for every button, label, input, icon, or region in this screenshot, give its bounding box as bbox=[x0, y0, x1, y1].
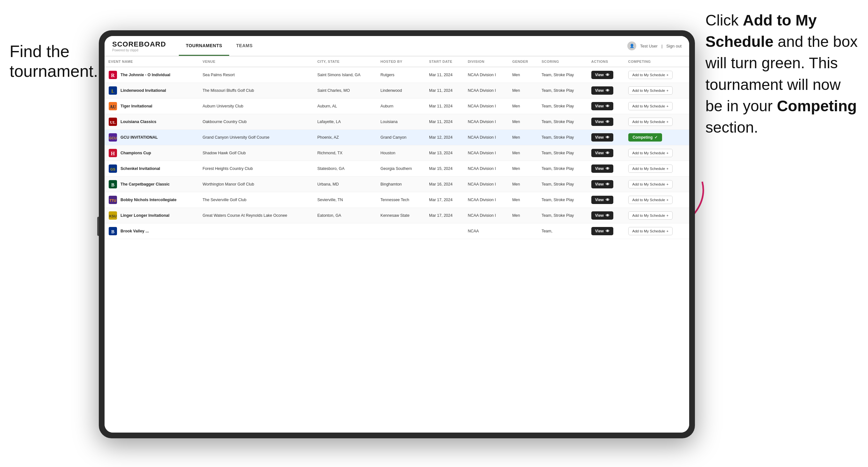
venue-cell: Oakbourne Country Club bbox=[198, 114, 313, 130]
add-schedule-button[interactable]: Add to My Schedule + bbox=[628, 149, 673, 157]
svg-text:KSU: KSU bbox=[109, 214, 116, 218]
team-logo: R bbox=[108, 70, 117, 80]
gender-cell: Men bbox=[508, 192, 538, 208]
add-schedule-button[interactable]: Add to My Schedule + bbox=[628, 227, 673, 235]
competing-cell: Add to My Schedule + bbox=[624, 161, 689, 177]
plus-icon: + bbox=[666, 151, 669, 155]
scoring-cell: Team, Stroke Play bbox=[538, 145, 588, 161]
event-name-cell: B The Carpetbagger Classic bbox=[104, 177, 198, 192]
venue-cell: The Missouri Bluffs Golf Club bbox=[198, 83, 313, 98]
start-date-cell: Mar 11, 2024 bbox=[425, 83, 464, 98]
city-state-cell: Richmond, TX bbox=[313, 145, 376, 161]
venue-cell: The Sevierville Golf Club bbox=[198, 192, 313, 208]
view-button[interactable]: View 👁 bbox=[591, 133, 613, 142]
division-cell: NCAA Division I bbox=[464, 161, 508, 177]
hosted-by-cell: Rutgers bbox=[377, 67, 425, 83]
add-schedule-label: Add to My Schedule bbox=[632, 229, 665, 233]
event-name-cell: R The Johnnie - O Individual bbox=[104, 67, 198, 83]
actions-cell: View 👁 bbox=[588, 161, 624, 177]
add-schedule-label: Add to My Schedule bbox=[632, 104, 665, 108]
plus-icon: + bbox=[666, 73, 669, 77]
venue-cell: Forest Heights Country Club bbox=[198, 161, 313, 177]
view-button[interactable]: View 👁 bbox=[591, 102, 613, 110]
tab-tournaments[interactable]: TOURNAMENTS bbox=[179, 36, 229, 56]
table-row: H Champions Cup Shadow Hawk Golf Club Ri… bbox=[104, 145, 689, 161]
actions-cell: View 👁 bbox=[588, 177, 624, 192]
col-start-date: START DATE bbox=[425, 56, 464, 67]
competing-cell: Competing ✓ bbox=[624, 130, 689, 145]
eye-icon: 👁 bbox=[606, 151, 610, 155]
add-schedule-button[interactable]: Add to My Schedule + bbox=[628, 211, 673, 220]
add-schedule-button[interactable]: Add to My Schedule + bbox=[628, 118, 673, 126]
view-label: View bbox=[595, 135, 604, 139]
start-date-cell: Mar 17, 2024 bbox=[425, 208, 464, 223]
view-button[interactable]: View 👁 bbox=[591, 86, 613, 95]
add-schedule-button[interactable]: Add to My Schedule + bbox=[628, 196, 673, 204]
add-schedule-label: Add to My Schedule bbox=[632, 214, 665, 217]
view-button[interactable]: View 👁 bbox=[591, 118, 613, 126]
competing-button[interactable]: Competing ✓ bbox=[628, 133, 662, 142]
svg-text:H: H bbox=[111, 151, 115, 156]
user-avatar: 👤 bbox=[627, 41, 636, 50]
svg-text:B: B bbox=[111, 182, 115, 187]
event-name-cell: TTU Bobby Nichols Intercollegiate bbox=[104, 192, 198, 208]
city-state-cell bbox=[313, 223, 376, 239]
col-gender: GENDER bbox=[508, 56, 538, 67]
svg-text:L: L bbox=[111, 89, 114, 94]
city-state-cell: Saint Charles, MO bbox=[313, 83, 376, 98]
division-cell: NCAA Division I bbox=[464, 83, 508, 98]
scoring-cell: Team, Stroke Play bbox=[538, 114, 588, 130]
view-label: View bbox=[595, 88, 604, 93]
gender-cell: Men bbox=[508, 161, 538, 177]
svg-text:GS: GS bbox=[110, 167, 115, 171]
event-name-cell: AU Tiger Invitational bbox=[104, 98, 198, 114]
view-button[interactable]: View 👁 bbox=[591, 164, 613, 173]
view-button[interactable]: View 👁 bbox=[591, 149, 613, 157]
division-cell: NCAA Division I bbox=[464, 145, 508, 161]
check-icon: ✓ bbox=[654, 135, 658, 139]
table-container[interactable]: EVENT NAME VENUE CITY, STATE HOSTED BY S… bbox=[104, 56, 689, 433]
add-schedule-button[interactable]: Add to My Schedule + bbox=[628, 102, 673, 110]
eye-icon: 👁 bbox=[606, 213, 610, 218]
start-date-cell: Mar 11, 2024 bbox=[425, 114, 464, 130]
scoring-cell: Team, bbox=[538, 223, 588, 239]
hosted-by-cell: Tennessee Tech bbox=[377, 192, 425, 208]
add-schedule-button[interactable]: Add to My Schedule + bbox=[628, 164, 673, 173]
tab-teams[interactable]: TEAMS bbox=[229, 36, 260, 56]
navbar: SCOREBOARD Powered by clippd TOURNAMENTS… bbox=[104, 36, 689, 56]
table-row: R The Johnnie - O Individual Sea Palms R… bbox=[104, 67, 689, 83]
event-name-cell: B Brook Valley ... bbox=[104, 223, 198, 239]
city-state-cell: Sevierville, TN bbox=[313, 192, 376, 208]
start-date-cell: Mar 15, 2024 bbox=[425, 161, 464, 177]
logo-scoreboard: SCOREBOARD bbox=[112, 40, 166, 49]
gender-cell: Men bbox=[508, 67, 538, 83]
team-logo: L bbox=[108, 86, 117, 95]
view-button[interactable]: View 👁 bbox=[591, 180, 613, 188]
add-schedule-button[interactable]: Add to My Schedule + bbox=[628, 71, 673, 79]
hosted-by-cell: Lindenwood bbox=[377, 83, 425, 98]
city-state-cell: Phoenix, AZ bbox=[313, 130, 376, 145]
city-state-cell: Saint Simons Island, GA bbox=[313, 67, 376, 83]
event-name: Louisiana Classics bbox=[121, 120, 156, 124]
table-row: TTU Bobby Nichols Intercollegiate The Se… bbox=[104, 192, 689, 208]
col-venue: VENUE bbox=[198, 56, 313, 67]
venue-cell: Auburn University Club bbox=[198, 98, 313, 114]
add-schedule-button[interactable]: Add to My Schedule + bbox=[628, 86, 673, 95]
view-button[interactable]: View 👁 bbox=[591, 196, 613, 204]
nav-right: 👤 Test User | Sign out bbox=[627, 41, 682, 50]
plus-icon: + bbox=[666, 214, 669, 217]
view-button[interactable]: View 👁 bbox=[591, 211, 613, 220]
start-date-cell: Mar 17, 2024 bbox=[425, 192, 464, 208]
start-date-cell bbox=[425, 223, 464, 239]
view-button[interactable]: View 👁 bbox=[591, 71, 613, 79]
view-button[interactable]: View 👁 bbox=[591, 227, 613, 235]
event-name-cell: H Champions Cup bbox=[104, 145, 198, 161]
logo-area: SCOREBOARD Powered by clippd bbox=[112, 40, 166, 52]
competing-cell: Add to My Schedule + bbox=[624, 98, 689, 114]
start-date-cell: Mar 11, 2024 bbox=[425, 67, 464, 83]
add-schedule-button[interactable]: Add to My Schedule + bbox=[628, 180, 673, 188]
col-city-state: CITY, STATE bbox=[313, 56, 376, 67]
actions-cell: View 👁 bbox=[588, 208, 624, 223]
table-row: AU Tiger Invitational Auburn University … bbox=[104, 98, 689, 114]
sign-out-link[interactable]: Sign out bbox=[666, 44, 682, 49]
